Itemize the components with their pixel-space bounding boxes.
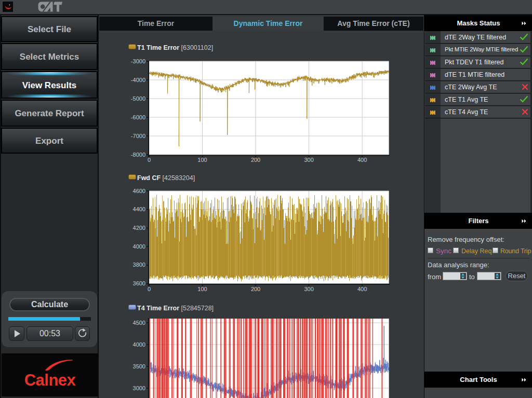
svg-text:0: 0 [148,157,151,163]
svg-text:300: 300 [304,286,313,292]
svg-text:-4000: -4000 [131,77,145,83]
svg-text:3800: 3800 [133,262,145,268]
svg-text:-6000: -6000 [131,114,145,120]
svg-text:-7000: -7000 [131,133,145,139]
svg-text:3000: 3000 [133,385,145,391]
svg-text:4600: 4600 [133,188,145,194]
svg-text:-3000: -3000 [131,58,145,64]
svg-text:100: 100 [197,157,207,163]
svg-text:3600: 3600 [133,280,145,286]
svg-text:400: 400 [357,157,367,163]
svg-text:4500: 4500 [133,320,145,326]
svg-text:4000: 4000 [133,341,145,348]
svg-text:400: 400 [357,286,367,292]
svg-text:100: 100 [197,286,207,292]
svg-text:3500: 3500 [133,363,145,369]
svg-text:4200: 4200 [133,225,145,231]
svg-text:4400: 4400 [133,206,145,212]
svg-text:200: 200 [251,286,260,292]
svg-text:0: 0 [148,286,151,292]
svg-text:-5000: -5000 [131,95,145,102]
svg-text:200: 200 [251,157,260,163]
svg-text:-8000: -8000 [131,152,145,158]
svg-text:4000: 4000 [133,243,145,250]
svg-text:300: 300 [304,157,313,163]
